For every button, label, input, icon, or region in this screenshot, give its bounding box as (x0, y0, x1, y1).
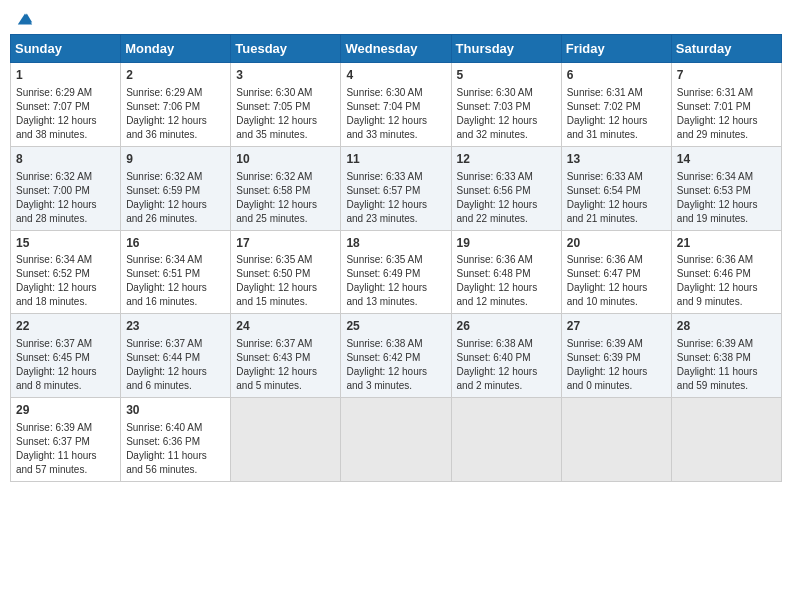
day-number: 28 (677, 318, 776, 335)
sunrise-text: Sunrise: 6:32 AM (126, 171, 202, 182)
daylight-text: Daylight: 12 hours and 25 minutes. (236, 199, 317, 224)
day-number: 23 (126, 318, 225, 335)
calendar-week-row: 1 Sunrise: 6:29 AM Sunset: 7:07 PM Dayli… (11, 63, 782, 147)
sunset-text: Sunset: 6:37 PM (16, 436, 90, 447)
calendar-cell: 27 Sunrise: 6:39 AM Sunset: 6:39 PM Dayl… (561, 314, 671, 398)
day-number: 11 (346, 151, 445, 168)
calendar-cell: 12 Sunrise: 6:33 AM Sunset: 6:56 PM Dayl… (451, 146, 561, 230)
calendar-cell: 23 Sunrise: 6:37 AM Sunset: 6:44 PM Dayl… (121, 314, 231, 398)
day-number: 17 (236, 235, 335, 252)
weekday-header: Friday (561, 35, 671, 63)
calendar-cell: 7 Sunrise: 6:31 AM Sunset: 7:01 PM Dayli… (671, 63, 781, 147)
sunset-text: Sunset: 6:40 PM (457, 352, 531, 363)
sunrise-text: Sunrise: 6:31 AM (567, 87, 643, 98)
day-number: 7 (677, 67, 776, 84)
weekday-header: Monday (121, 35, 231, 63)
weekday-header: Wednesday (341, 35, 451, 63)
sunrise-text: Sunrise: 6:30 AM (346, 87, 422, 98)
sunrise-text: Sunrise: 6:31 AM (677, 87, 753, 98)
day-number: 13 (567, 151, 666, 168)
daylight-text: Daylight: 12 hours and 5 minutes. (236, 366, 317, 391)
sunrise-text: Sunrise: 6:29 AM (126, 87, 202, 98)
daylight-text: Daylight: 11 hours and 57 minutes. (16, 450, 97, 475)
day-number: 29 (16, 402, 115, 419)
sunset-text: Sunset: 6:50 PM (236, 268, 310, 279)
daylight-text: Daylight: 12 hours and 3 minutes. (346, 366, 427, 391)
weekday-header: Sunday (11, 35, 121, 63)
calendar-cell: 4 Sunrise: 6:30 AM Sunset: 7:04 PM Dayli… (341, 63, 451, 147)
sunset-text: Sunset: 6:46 PM (677, 268, 751, 279)
calendar-cell: 15 Sunrise: 6:34 AM Sunset: 6:52 PM Dayl… (11, 230, 121, 314)
daylight-text: Daylight: 12 hours and 22 minutes. (457, 199, 538, 224)
sunset-text: Sunset: 6:59 PM (126, 185, 200, 196)
sunset-text: Sunset: 6:43 PM (236, 352, 310, 363)
day-number: 2 (126, 67, 225, 84)
daylight-text: Daylight: 12 hours and 21 minutes. (567, 199, 648, 224)
calendar-cell: 22 Sunrise: 6:37 AM Sunset: 6:45 PM Dayl… (11, 314, 121, 398)
sunset-text: Sunset: 7:00 PM (16, 185, 90, 196)
calendar-cell: 18 Sunrise: 6:35 AM Sunset: 6:49 PM Dayl… (341, 230, 451, 314)
daylight-text: Daylight: 12 hours and 35 minutes. (236, 115, 317, 140)
calendar-cell: 8 Sunrise: 6:32 AM Sunset: 7:00 PM Dayli… (11, 146, 121, 230)
sunset-text: Sunset: 6:56 PM (457, 185, 531, 196)
calendar-cell (671, 398, 781, 482)
daylight-text: Daylight: 12 hours and 13 minutes. (346, 282, 427, 307)
sunset-text: Sunset: 7:04 PM (346, 101, 420, 112)
calendar-cell (231, 398, 341, 482)
weekday-header: Saturday (671, 35, 781, 63)
sunset-text: Sunset: 6:48 PM (457, 268, 531, 279)
sunrise-text: Sunrise: 6:36 AM (457, 254, 533, 265)
sunrise-text: Sunrise: 6:33 AM (457, 171, 533, 182)
day-number: 21 (677, 235, 776, 252)
sunrise-text: Sunrise: 6:39 AM (567, 338, 643, 349)
day-number: 19 (457, 235, 556, 252)
day-number: 15 (16, 235, 115, 252)
calendar-cell: 9 Sunrise: 6:32 AM Sunset: 6:59 PM Dayli… (121, 146, 231, 230)
day-number: 30 (126, 402, 225, 419)
sunset-text: Sunset: 7:01 PM (677, 101, 751, 112)
daylight-text: Daylight: 12 hours and 33 minutes. (346, 115, 427, 140)
weekday-header: Tuesday (231, 35, 341, 63)
calendar-cell: 29 Sunrise: 6:39 AM Sunset: 6:37 PM Dayl… (11, 398, 121, 482)
calendar-cell: 25 Sunrise: 6:38 AM Sunset: 6:42 PM Dayl… (341, 314, 451, 398)
calendar-cell: 21 Sunrise: 6:36 AM Sunset: 6:46 PM Dayl… (671, 230, 781, 314)
calendar-cell: 6 Sunrise: 6:31 AM Sunset: 7:02 PM Dayli… (561, 63, 671, 147)
sunset-text: Sunset: 6:53 PM (677, 185, 751, 196)
calendar-cell: 26 Sunrise: 6:38 AM Sunset: 6:40 PM Dayl… (451, 314, 561, 398)
calendar-cell: 17 Sunrise: 6:35 AM Sunset: 6:50 PM Dayl… (231, 230, 341, 314)
weekday-header: Thursday (451, 35, 561, 63)
day-number: 8 (16, 151, 115, 168)
calendar-week-row: 22 Sunrise: 6:37 AM Sunset: 6:45 PM Dayl… (11, 314, 782, 398)
daylight-text: Daylight: 12 hours and 38 minutes. (16, 115, 97, 140)
daylight-text: Daylight: 12 hours and 16 minutes. (126, 282, 207, 307)
sunrise-text: Sunrise: 6:33 AM (567, 171, 643, 182)
day-number: 5 (457, 67, 556, 84)
sunrise-text: Sunrise: 6:38 AM (346, 338, 422, 349)
calendar-cell: 24 Sunrise: 6:37 AM Sunset: 6:43 PM Dayl… (231, 314, 341, 398)
day-number: 6 (567, 67, 666, 84)
day-number: 9 (126, 151, 225, 168)
sunrise-text: Sunrise: 6:32 AM (16, 171, 92, 182)
day-number: 22 (16, 318, 115, 335)
calendar-cell (451, 398, 561, 482)
day-number: 14 (677, 151, 776, 168)
sunrise-text: Sunrise: 6:33 AM (346, 171, 422, 182)
sunrise-text: Sunrise: 6:37 AM (236, 338, 312, 349)
daylight-text: Daylight: 12 hours and 36 minutes. (126, 115, 207, 140)
sunset-text: Sunset: 6:52 PM (16, 268, 90, 279)
calendar-cell: 13 Sunrise: 6:33 AM Sunset: 6:54 PM Dayl… (561, 146, 671, 230)
daylight-text: Daylight: 12 hours and 26 minutes. (126, 199, 207, 224)
day-number: 26 (457, 318, 556, 335)
calendar-table: SundayMondayTuesdayWednesdayThursdayFrid… (10, 34, 782, 482)
sunset-text: Sunset: 6:38 PM (677, 352, 751, 363)
sunset-text: Sunset: 6:58 PM (236, 185, 310, 196)
sunset-text: Sunset: 7:03 PM (457, 101, 531, 112)
sunset-text: Sunset: 6:49 PM (346, 268, 420, 279)
sunset-text: Sunset: 6:47 PM (567, 268, 641, 279)
calendar-cell: 3 Sunrise: 6:30 AM Sunset: 7:05 PM Dayli… (231, 63, 341, 147)
sunset-text: Sunset: 6:44 PM (126, 352, 200, 363)
sunrise-text: Sunrise: 6:30 AM (457, 87, 533, 98)
calendar-cell: 16 Sunrise: 6:34 AM Sunset: 6:51 PM Dayl… (121, 230, 231, 314)
daylight-text: Daylight: 12 hours and 0 minutes. (567, 366, 648, 391)
page-header (10, 10, 782, 28)
